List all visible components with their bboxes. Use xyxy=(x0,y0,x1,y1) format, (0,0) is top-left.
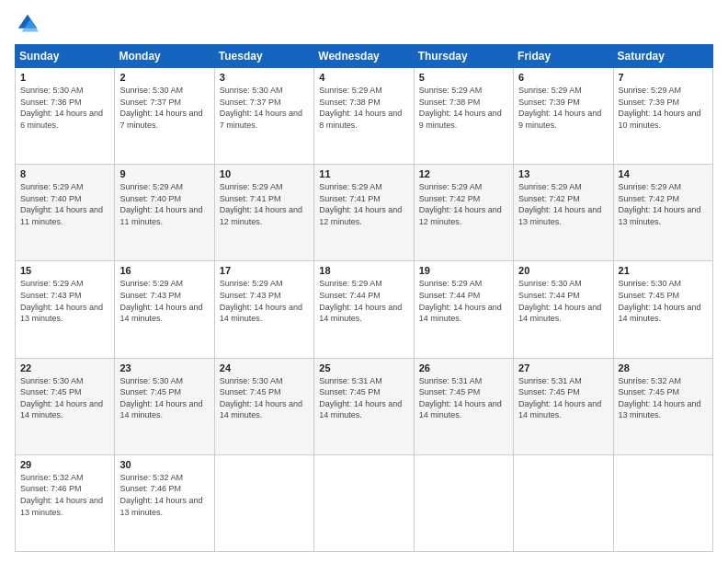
daylight-label: Daylight: 14 hours and 9 minutes. xyxy=(419,109,502,130)
calendar-cell: 16 Sunrise: 5:29 AM Sunset: 7:43 PM Dayl… xyxy=(115,261,214,358)
day-info: Sunrise: 5:30 AM Sunset: 7:37 PM Dayligh… xyxy=(119,85,209,131)
daylight-label: Daylight: 14 hours and 14 minutes. xyxy=(619,303,701,324)
daylight-label: Daylight: 14 hours and 11 minutes. xyxy=(20,205,103,226)
sunrise-label: Sunrise: 5:29 AM xyxy=(20,182,84,191)
day-number: 27 xyxy=(518,362,608,373)
daylight-label: Daylight: 14 hours and 13 minutes. xyxy=(119,496,202,517)
sunrise-label: Sunrise: 5:29 AM xyxy=(20,279,84,288)
calendar-cell: 20 Sunrise: 5:30 AM Sunset: 7:44 PM Dayl… xyxy=(514,261,613,358)
daylight-label: Daylight: 14 hours and 13 minutes. xyxy=(20,496,103,517)
calendar-week-3: 15 Sunrise: 5:29 AM Sunset: 7:43 PM Dayl… xyxy=(16,261,713,358)
calendar-week-4: 22 Sunrise: 5:30 AM Sunset: 7:45 PM Dayl… xyxy=(16,358,713,454)
sunrise-label: Sunrise: 5:29 AM xyxy=(319,86,382,95)
daylight-label: Daylight: 14 hours and 7 minutes. xyxy=(119,109,202,130)
day-number: 30 xyxy=(119,459,209,470)
day-number: 29 xyxy=(20,459,109,470)
day-number: 5 xyxy=(419,72,508,83)
sunrise-label: Sunrise: 5:32 AM xyxy=(119,473,183,482)
sunset-label: Sunset: 7:44 PM xyxy=(518,291,580,300)
calendar-cell xyxy=(414,454,513,551)
calendar-cell: 12 Sunrise: 5:29 AM Sunset: 7:42 PM Dayl… xyxy=(414,165,513,261)
day-info: Sunrise: 5:31 AM Sunset: 7:45 PM Dayligh… xyxy=(518,375,608,421)
calendar-header-sunday: Sunday xyxy=(16,45,115,68)
sunset-label: Sunset: 7:44 PM xyxy=(419,291,481,300)
day-number: 6 xyxy=(518,72,608,83)
sunrise-label: Sunrise: 5:31 AM xyxy=(518,376,582,385)
sunrise-label: Sunrise: 5:30 AM xyxy=(220,86,283,95)
sunset-label: Sunset: 7:45 PM xyxy=(619,291,680,300)
sunset-label: Sunset: 7:38 PM xyxy=(419,98,481,107)
daylight-label: Daylight: 14 hours and 6 minutes. xyxy=(20,109,103,130)
day-number: 9 xyxy=(119,168,209,179)
day-number: 14 xyxy=(619,168,708,179)
sunrise-label: Sunrise: 5:31 AM xyxy=(319,376,382,385)
day-info: Sunrise: 5:30 AM Sunset: 7:45 PM Dayligh… xyxy=(619,278,708,324)
sunset-label: Sunset: 7:42 PM xyxy=(419,194,481,203)
calendar-cell: 18 Sunrise: 5:29 AM Sunset: 7:44 PM Dayl… xyxy=(314,261,414,358)
day-number: 20 xyxy=(518,265,608,276)
sunset-label: Sunset: 7:45 PM xyxy=(319,387,381,396)
day-info: Sunrise: 5:31 AM Sunset: 7:45 PM Dayligh… xyxy=(419,375,508,421)
day-number: 17 xyxy=(220,265,309,276)
sunset-label: Sunset: 7:45 PM xyxy=(419,387,481,396)
calendar-cell: 22 Sunrise: 5:30 AM Sunset: 7:45 PM Dayl… xyxy=(16,358,115,454)
sunrise-label: Sunrise: 5:30 AM xyxy=(619,279,682,288)
day-number: 8 xyxy=(20,168,109,179)
sunset-label: Sunset: 7:39 PM xyxy=(619,98,680,107)
calendar-cell: 3 Sunrise: 5:30 AM Sunset: 7:37 PM Dayli… xyxy=(214,68,313,165)
calendar-header-friday: Friday xyxy=(514,45,613,68)
sunset-label: Sunset: 7:42 PM xyxy=(518,194,580,203)
sunrise-label: Sunrise: 5:30 AM xyxy=(518,279,582,288)
sunset-label: Sunset: 7:43 PM xyxy=(220,291,281,300)
day-info: Sunrise: 5:29 AM Sunset: 7:42 PM Dayligh… xyxy=(619,181,708,227)
calendar-cell: 1 Sunrise: 5:30 AM Sunset: 7:36 PM Dayli… xyxy=(16,68,115,165)
daylight-label: Daylight: 14 hours and 13 minutes. xyxy=(619,205,701,226)
sunrise-label: Sunrise: 5:29 AM xyxy=(319,279,382,288)
sunset-label: Sunset: 7:40 PM xyxy=(119,194,181,203)
daylight-label: Daylight: 14 hours and 8 minutes. xyxy=(319,109,402,130)
sunset-label: Sunset: 7:37 PM xyxy=(119,98,181,107)
sunrise-label: Sunrise: 5:32 AM xyxy=(619,376,682,385)
sunset-label: Sunset: 7:45 PM xyxy=(20,387,82,396)
header xyxy=(15,11,713,37)
calendar-cell: 14 Sunrise: 5:29 AM Sunset: 7:42 PM Dayl… xyxy=(613,165,712,261)
sunrise-label: Sunrise: 5:30 AM xyxy=(220,376,283,385)
sunrise-label: Sunrise: 5:29 AM xyxy=(319,182,382,191)
day-info: Sunrise: 5:29 AM Sunset: 7:44 PM Dayligh… xyxy=(419,278,508,324)
calendar-cell xyxy=(314,454,414,551)
daylight-label: Daylight: 14 hours and 14 minutes. xyxy=(20,399,103,420)
day-info: Sunrise: 5:30 AM Sunset: 7:45 PM Dayligh… xyxy=(220,375,309,421)
sunset-label: Sunset: 7:45 PM xyxy=(518,387,580,396)
calendar-cell: 19 Sunrise: 5:29 AM Sunset: 7:44 PM Dayl… xyxy=(414,261,513,358)
daylight-label: Daylight: 14 hours and 14 minutes. xyxy=(419,399,502,420)
day-number: 23 xyxy=(119,362,209,373)
sunrise-label: Sunrise: 5:29 AM xyxy=(220,182,283,191)
daylight-label: Daylight: 14 hours and 14 minutes. xyxy=(119,399,202,420)
sunset-label: Sunset: 7:38 PM xyxy=(319,98,381,107)
calendar-cell: 30 Sunrise: 5:32 AM Sunset: 7:46 PM Dayl… xyxy=(115,454,214,551)
daylight-label: Daylight: 14 hours and 13 minutes. xyxy=(518,205,601,226)
day-info: Sunrise: 5:32 AM Sunset: 7:45 PM Dayligh… xyxy=(619,375,708,421)
daylight-label: Daylight: 14 hours and 9 minutes. xyxy=(518,109,601,130)
day-info: Sunrise: 5:29 AM Sunset: 7:44 PM Dayligh… xyxy=(319,278,408,324)
day-info: Sunrise: 5:29 AM Sunset: 7:40 PM Dayligh… xyxy=(119,181,209,227)
sunset-label: Sunset: 7:37 PM xyxy=(220,98,281,107)
daylight-label: Daylight: 14 hours and 10 minutes. xyxy=(619,109,701,130)
day-info: Sunrise: 5:29 AM Sunset: 7:40 PM Dayligh… xyxy=(20,181,109,227)
sunrise-label: Sunrise: 5:29 AM xyxy=(220,279,283,288)
calendar-cell: 29 Sunrise: 5:32 AM Sunset: 7:46 PM Dayl… xyxy=(16,454,115,551)
sunset-label: Sunset: 7:43 PM xyxy=(20,291,82,300)
day-number: 1 xyxy=(20,72,109,83)
sunset-label: Sunset: 7:36 PM xyxy=(20,98,82,107)
day-number: 11 xyxy=(319,168,408,179)
calendar-cell: 25 Sunrise: 5:31 AM Sunset: 7:45 PM Dayl… xyxy=(314,358,414,454)
sunrise-label: Sunrise: 5:29 AM xyxy=(419,182,483,191)
day-info: Sunrise: 5:30 AM Sunset: 7:37 PM Dayligh… xyxy=(220,85,309,131)
day-info: Sunrise: 5:29 AM Sunset: 7:38 PM Dayligh… xyxy=(419,85,508,131)
daylight-label: Daylight: 14 hours and 14 minutes. xyxy=(220,303,302,324)
sunrise-label: Sunrise: 5:29 AM xyxy=(419,86,483,95)
sunset-label: Sunset: 7:46 PM xyxy=(119,484,181,493)
daylight-label: Daylight: 14 hours and 12 minutes. xyxy=(419,205,502,226)
day-number: 7 xyxy=(619,72,708,83)
sunset-label: Sunset: 7:41 PM xyxy=(220,194,281,203)
